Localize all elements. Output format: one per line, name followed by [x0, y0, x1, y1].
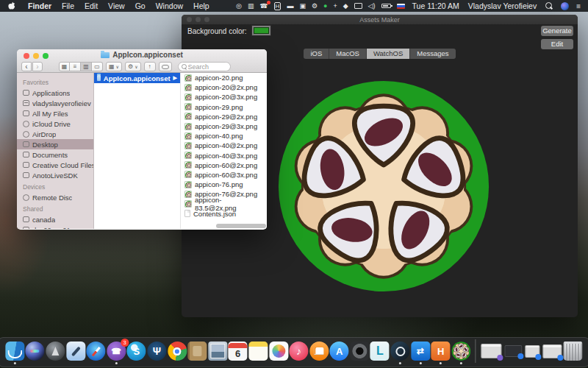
finder-titlebar[interactable]: AppIcon.appiconset ‹ › ▦≡▥▭ ▦∨ ⚙∨ ↑: [17, 49, 267, 73]
file-row[interactable]: appicon-29.png: [181, 102, 267, 112]
sidebar-item-canada[interactable]: canada: [17, 214, 93, 224]
camera-status-icon[interactable]: ◎: [233, 0, 245, 12]
dock-ibooks-icon[interactable]: [309, 342, 329, 361]
sidebar-item-creative-cloud-files[interactable]: Creative Cloud Files: [17, 160, 93, 170]
sidebar-item-icloud-drive[interactable]: iCloud Drive: [17, 118, 93, 129]
dock-trash[interactable]: [564, 342, 583, 361]
dock-calendar-icon[interactable]: 6: [229, 342, 248, 361]
back-button[interactable]: ‹: [21, 62, 32, 71]
keyboard-flag-icon[interactable]: [397, 4, 405, 9]
sidebar-item-dev00nas01[interactable]: dev00nas01: [17, 224, 93, 229]
sidebar-item-applications[interactable]: Applications: [17, 88, 93, 98]
dock-mail-icon[interactable]: [208, 342, 227, 361]
dock-finder-icon[interactable]: [5, 342, 24, 361]
menu-go[interactable]: Go: [130, 1, 151, 10]
file-row[interactable]: appicon-20@2x.png: [181, 82, 267, 92]
forward-button[interactable]: ›: [32, 62, 43, 71]
move-tool-status-icon[interactable]: +: [330, 0, 340, 12]
dock-launchpad-icon[interactable]: [46, 342, 65, 361]
folder-row-appiconset[interactable]: AppIcon.appiconset ▶: [94, 73, 180, 83]
window-traffic-lights[interactable]: [24, 53, 49, 59]
minimize-icon[interactable]: [33, 53, 39, 59]
siri-menu-icon[interactable]: [561, 2, 569, 10]
search-field[interactable]: [178, 62, 231, 71]
spotlight-search-icon[interactable]: [545, 2, 553, 10]
file-row[interactable]: appicon-29@2x.png: [181, 112, 267, 121]
menu-bar-user[interactable]: Vladyslav Yerofieiev: [464, 1, 541, 10]
sidebar-item-airdrop[interactable]: AirDrop: [17, 129, 93, 139]
dock-assetsmaker-icon[interactable]: [451, 342, 470, 361]
menu-view[interactable]: View: [103, 1, 130, 10]
assets-maker-titlebar[interactable]: Assets Maker: [182, 15, 578, 24]
dock-notes-icon[interactable]: [248, 342, 268, 361]
share-button[interactable]: ↑: [144, 62, 156, 71]
file-row[interactable]: appicon-40.png: [181, 131, 267, 141]
sidebar-item-vladyslavyerofieiev[interactable]: vladyslavyerofieiev: [17, 98, 93, 108]
dock-sourcetree-icon[interactable]: Ψ: [147, 342, 166, 361]
viber-status-icon[interactable]: ☎: [257, 0, 270, 12]
scrollbar-thumb[interactable]: [216, 224, 266, 228]
icon-view-button[interactable]: ▦: [59, 62, 70, 71]
sidebar-item-documents[interactable]: Documents: [17, 149, 93, 160]
menu-help[interactable]: Help: [188, 1, 215, 10]
hipchat-status-icon[interactable]: H: [271, 0, 284, 13]
airplay-status-icon[interactable]: [354, 3, 362, 9]
menu-bar-clock[interactable]: Tue 11:20 AM: [408, 1, 464, 10]
tags-button[interactable]: [159, 62, 172, 71]
battery-status-icon[interactable]: [381, 4, 391, 8]
file-row[interactable]: appicon-83.5@2x.png: [181, 199, 267, 208]
dock-siri-icon[interactable]: [26, 342, 45, 361]
sidebar-item-desktop[interactable]: Desktop: [17, 139, 93, 149]
file-row[interactable]: appicon-60@3x.png: [181, 170, 267, 180]
zoom-icon[interactable]: [43, 53, 49, 59]
notification-center-icon[interactable]: ≡: [573, 2, 584, 10]
tab-messages[interactable]: Messages: [410, 49, 455, 59]
dock-lens-icon[interactable]: [350, 342, 369, 361]
tab-ios[interactable]: iOS: [304, 49, 329, 59]
file-row[interactable]: appicon-60@2x.png: [181, 160, 267, 170]
menu-file[interactable]: File: [57, 1, 79, 10]
menu-edit[interactable]: Edit: [79, 1, 103, 10]
file-row[interactable]: appicon-20@3x.png: [181, 92, 267, 102]
arrange-popup-button[interactable]: ▦∨: [106, 62, 122, 71]
dock-mini-finder-window[interactable]: [481, 344, 501, 358]
dock-chrome-icon[interactable]: [168, 342, 187, 361]
dock-steam-icon[interactable]: [390, 342, 409, 361]
coverflow-view-button[interactable]: ▭: [92, 62, 103, 71]
sidebar-item-remote-disc[interactable]: Remote Disc: [17, 192, 93, 202]
window-traffic-lights[interactable]: [187, 17, 209, 22]
menu-window[interactable]: Window: [151, 1, 188, 10]
menu-finder[interactable]: Finder: [23, 1, 57, 10]
file-row[interactable]: appicon-29@3x.png: [181, 121, 267, 131]
dock-safari-icon[interactable]: [87, 342, 106, 361]
dock-viber-icon[interactable]: ☎3: [107, 342, 126, 361]
column-view-button[interactable]: ▥: [81, 62, 92, 71]
minimize-icon[interactable]: [196, 17, 201, 22]
file-row[interactable]: appicon-76.png: [181, 180, 267, 189]
file-row[interactable]: appicon-40@3x.png: [181, 151, 267, 160]
dock-mini-document-window-2[interactable]: [542, 344, 562, 358]
edit-button[interactable]: Edit: [541, 39, 573, 49]
search-input[interactable]: [188, 63, 227, 71]
dock-skype-icon[interactable]: S: [127, 342, 146, 361]
dock-contacts-icon[interactable]: [188, 342, 207, 361]
file-row[interactable]: appicon-20.png: [181, 73, 267, 82]
list-view-button[interactable]: ≡: [70, 62, 81, 71]
sidebar-item-all-my-files[interactable]: All My Files: [17, 108, 93, 118]
tab-watchos[interactable]: WatchOS: [367, 49, 410, 59]
sidebar-item-anotolivesdk[interactable]: AnotoLiveSDK: [17, 170, 93, 180]
file-row[interactable]: appicon-40@2x.png: [181, 141, 267, 150]
dropbox-status-icon[interactable]: ▣: [296, 0, 309, 12]
shield-status-icon[interactable]: ◆: [340, 0, 351, 12]
dock-itunes-icon[interactable]: ♪: [289, 342, 308, 361]
input-menu-icon[interactable]: ▬: [284, 0, 296, 12]
tab-macos[interactable]: MacOS: [329, 49, 367, 59]
status-green-dot[interactable]: ●: [320, 0, 330, 12]
dock-lync-icon[interactable]: L: [370, 342, 390, 361]
dock-photos-icon[interactable]: [269, 342, 288, 361]
zoom-icon[interactable]: [204, 17, 209, 22]
dock-teamviewer-icon[interactable]: ⇄: [411, 342, 430, 361]
close-icon[interactable]: [24, 53, 29, 59]
action-popup-button[interactable]: ⚙∨: [125, 62, 141, 71]
volume-status-icon[interactable]: ◁): [365, 0, 379, 12]
